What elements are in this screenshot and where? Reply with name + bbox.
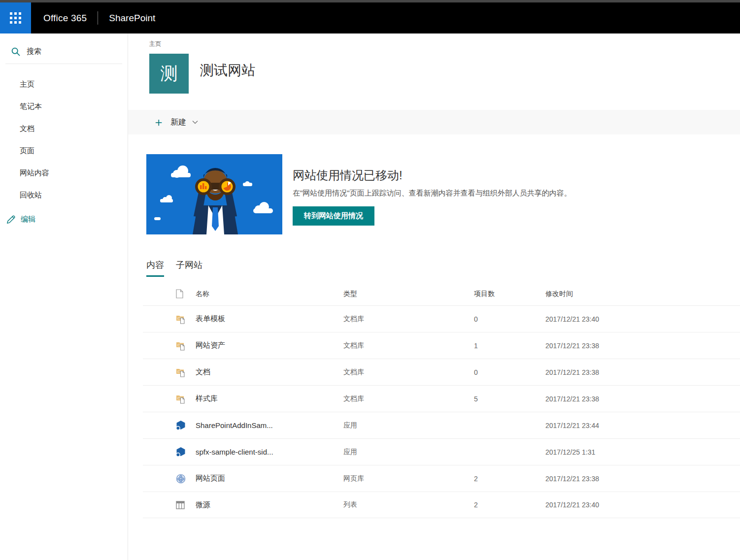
document-library-icon (176, 314, 196, 324)
search-label: 搜索 (27, 47, 41, 56)
row-item-count: 2 (474, 501, 545, 509)
row-name[interactable]: 样式库 (196, 394, 343, 403)
row-modified: 2017/12/21 23:38 (545, 368, 740, 376)
content-tabs: 内容子网站 (146, 259, 740, 275)
breadcrumb[interactable]: 主页 (149, 40, 740, 48)
row-modified: 2017/12/21 23:38 (545, 475, 740, 483)
row-name[interactable]: spfx-sample-client-sid... (196, 448, 343, 456)
edit-links-button[interactable]: 编辑 (0, 210, 128, 229)
binoculars-illustration (146, 154, 282, 234)
row-type: 应用 (343, 421, 474, 430)
office-365-link[interactable]: Office 365 (43, 13, 87, 24)
site-navigation-sidebar: 搜索 主页笔记本文档页面网站内容回收站 编辑 (0, 33, 128, 560)
column-header-count[interactable]: 项目数 (474, 290, 545, 298)
row-item-count: 0 (474, 368, 545, 376)
row-name[interactable]: SharePointAddInSam... (196, 421, 343, 429)
banner-description: 在"网站使用情况"页面上跟踪访问、查看新潮内容并查看与组织外部人员共享的内容。 (293, 189, 572, 198)
suite-bar-divider (98, 11, 98, 25)
table-row[interactable]: 网站页面 网页库 2 2017/12/21 23:38 (143, 465, 740, 492)
row-item-count: 5 (474, 395, 545, 403)
sidebar-item-网站内容[interactable]: 网站内容 (0, 162, 128, 184)
row-modified: 2017/12/21 23:40 (545, 501, 740, 509)
row-type: 文档库 (343, 395, 474, 403)
document-library-icon (176, 367, 196, 377)
row-name[interactable]: 表单模板 (196, 314, 343, 324)
site-logo[interactable]: 测 (149, 54, 189, 94)
edit-label: 编辑 (21, 215, 35, 224)
go-to-site-usage-button[interactable]: 转到网站使用情况 (293, 206, 374, 226)
row-name[interactable]: 文档 (196, 367, 343, 377)
row-type: 列表 (343, 500, 474, 509)
app-launcher-button[interactable] (0, 2, 31, 33)
pencil-icon (6, 215, 16, 224)
plus-icon: ＋ (153, 116, 165, 128)
page-icon (176, 289, 183, 298)
document-library-icon (176, 340, 196, 351)
row-type: 网页库 (343, 474, 474, 483)
document-library-icon (176, 394, 196, 404)
row-type: 文档库 (343, 341, 474, 350)
table-row[interactable]: SharePointAddInSam... 应用 2017/12/21 23:4… (143, 412, 740, 438)
site-header: 主页 测 测试网站 (128, 33, 740, 94)
search-box[interactable]: 搜索 (0, 33, 128, 56)
tab-子网站[interactable]: 子网站 (176, 259, 202, 275)
table-row[interactable]: 文档 文档库 0 2017/12/21 23:38 (143, 359, 740, 385)
command-bar: ＋ 新建 (128, 110, 740, 134)
banner-title: 网站使用情况已移动! (293, 167, 572, 183)
new-button[interactable]: ＋ 新建 (128, 110, 204, 134)
row-item-count: 0 (474, 315, 545, 323)
row-item-count: 2 (474, 475, 545, 483)
office-suite-bar: Office 365 SharePoint (0, 2, 740, 33)
row-modified: 2017/12/21 23:38 (545, 395, 740, 403)
column-header-name[interactable]: 名称 (196, 290, 343, 298)
sidebar-item-文档[interactable]: 文档 (0, 117, 128, 139)
site-contents-table: 名称 类型 项目数 修改时间 表单模板 文档库 0 2017/12/21 23:… (143, 282, 740, 518)
main-content: 主页 测 测试网站 ＋ 新建 (128, 33, 740, 560)
new-button-label: 新建 (170, 117, 186, 128)
sidebar-item-笔记本[interactable]: 笔记本 (0, 95, 128, 117)
site-title: 测试网站 (200, 61, 255, 94)
row-modified: 2017/12/21 23:38 (545, 342, 740, 350)
tab-内容[interactable]: 内容 (146, 259, 164, 275)
app-icon (176, 420, 196, 430)
table-row[interactable]: 样式库 文档库 5 2017/12/21 23:38 (143, 385, 740, 412)
row-item-count: 1 (474, 342, 545, 350)
row-modified: 2017/12/21 23:44 (545, 422, 740, 429)
row-modified: 2017/12/21 23:40 (545, 315, 740, 323)
row-type: 应用 (343, 448, 474, 457)
table-row[interactable]: 网站资产 文档库 1 2017/12/21 23:38 (143, 332, 740, 359)
column-header-modified[interactable]: 修改时间 (545, 290, 740, 298)
waffle-icon (10, 12, 21, 24)
row-name[interactable]: 网站页面 (196, 474, 343, 483)
table-row[interactable]: 微源 列表 2 2017/12/21 23:40 (143, 492, 740, 518)
table-row[interactable]: spfx-sample-client-sid... 应用 2017/12/25 … (143, 438, 740, 465)
sidebar-nav: 主页笔记本文档页面网站内容回收站 (0, 73, 128, 206)
web-part-library-icon (176, 474, 196, 484)
row-name[interactable]: 微源 (196, 500, 343, 510)
app-icon (176, 447, 196, 457)
row-name[interactable]: 网站资产 (196, 341, 343, 350)
sidebar-item-回收站[interactable]: 回收站 (0, 184, 128, 206)
sidebar-item-主页[interactable]: 主页 (0, 73, 128, 95)
sidebar-divider (5, 64, 122, 64)
search-icon (11, 47, 20, 56)
usage-moved-banner: 网站使用情况已移动! 在"网站使用情况"页面上跟踪访问、查看新潮内容并查看与组织… (146, 154, 740, 234)
chevron-down-icon (192, 120, 198, 124)
row-type: 文档库 (343, 315, 474, 324)
sharepoint-link[interactable]: SharePoint (109, 13, 155, 24)
table-row[interactable]: 表单模板 文档库 0 2017/12/21 23:40 (143, 305, 740, 332)
row-type: 文档库 (343, 368, 474, 377)
table-header-row: 名称 类型 项目数 修改时间 (143, 282, 740, 305)
column-header-type[interactable]: 类型 (343, 290, 474, 298)
row-modified: 2017/12/25 1:31 (545, 448, 740, 456)
sidebar-item-页面[interactable]: 页面 (0, 139, 128, 162)
list-icon (176, 501, 196, 509)
